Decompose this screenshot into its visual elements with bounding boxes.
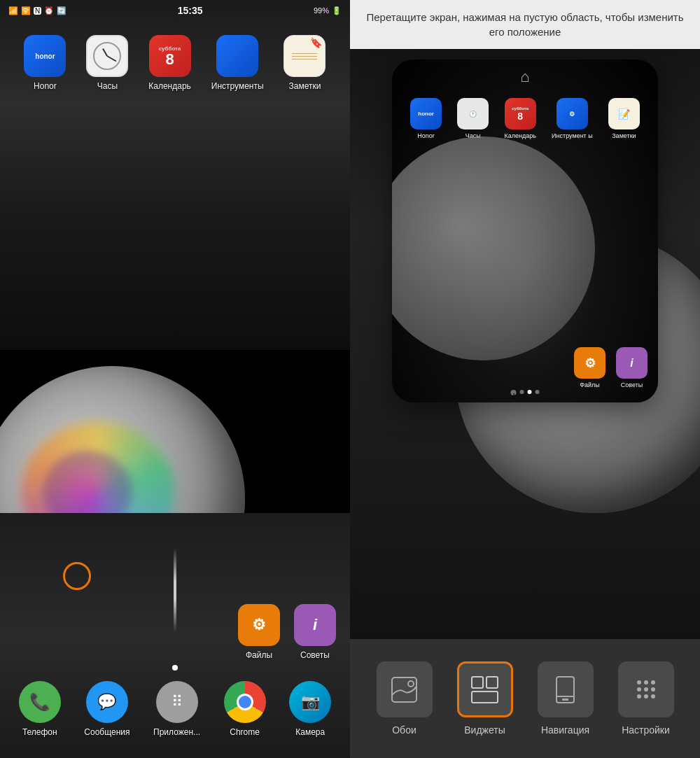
sms-label: Сообщения [84, 727, 130, 737]
settings-label: Настройки [622, 724, 670, 736]
preview-app-notes[interactable]: 📝 Заметки [608, 98, 640, 139]
phone-preview-card[interactable]: ⌂ honor Ноnor 🕐 Часы суббота 8 [392, 59, 658, 402]
preview-app-tips[interactable]: i Советы [616, 347, 648, 388]
app-calendar[interactable]: суббота 8 Календарь [148, 35, 191, 91]
navigation-icon-box [538, 661, 594, 717]
preview-bottom-apps: ⚙ Файлы i Советы [574, 347, 648, 388]
option-wallpaper[interactable]: Обои [377, 661, 433, 736]
preview-dot-1: + [511, 390, 517, 395]
instruction-tooltip: Перетащите экран, нажимая на пустую обла… [350, 0, 700, 49]
sms-icon: 💬 [86, 681, 128, 723]
status-time-left: 15:35 [178, 5, 203, 16]
settings-dots-icon [637, 680, 655, 699]
preview-header: ⌂ [392, 59, 658, 94]
app-chrome[interactable]: Chrome [224, 681, 266, 737]
calendar-label: Календарь [148, 81, 191, 91]
widgets-icon-box [457, 661, 513, 717]
status-bar-left: 📶 🛜 N ⏰ 🔄 15:35 99% 🔋 [0, 0, 350, 21]
rotate-icon: 🔄 [57, 6, 66, 15]
svg-rect-2 [472, 677, 483, 688]
app-clock[interactable]: Часы [86, 35, 128, 91]
preview-files-label: Файлы [580, 381, 600, 388]
svg-rect-4 [472, 692, 498, 703]
left-panel: 📶 🛜 N ⏰ 🔄 15:35 99% 🔋 honor Honor [0, 0, 350, 758]
honor-icon: honor [24, 35, 66, 77]
preview-honor-label: Ноnor [417, 132, 435, 139]
app-tools[interactable]: Инструменты [211, 35, 264, 91]
tools-icon [216, 35, 258, 77]
settings-dot [644, 694, 648, 699]
navigation-label: Навигация [541, 724, 589, 736]
preview-tools-label: Инструмент ы [552, 132, 593, 139]
preview-app-clock[interactable]: 🕐 Часы [457, 98, 489, 139]
battery-percent: 99% [314, 6, 329, 15]
wallpaper-svg-icon [388, 674, 420, 706]
preview-app-files[interactable]: ⚙ Файлы [574, 347, 606, 388]
notes-label: Заметки [289, 81, 321, 91]
preview-dot-4 [536, 390, 540, 394]
clock-face [93, 42, 121, 70]
settings-dot [651, 680, 655, 685]
preview-tips-label: Советы [621, 381, 643, 388]
app-phone[interactable]: 📞 Телефон [19, 681, 61, 737]
settings-dot [644, 687, 648, 692]
middle-apps-left: ⚙ Файлы i Советы [238, 604, 336, 660]
preview-apps-top-row: honor Ноnor 🕐 Часы суббота 8 Календарь [392, 94, 658, 146]
road-line [174, 548, 176, 632]
preview-app-honor[interactable]: honor Ноnor [410, 98, 442, 139]
instruction-text: Перетащите экран, нажимая на пустую обла… [366, 11, 683, 38]
app-sms[interactable]: 💬 Сообщения [84, 681, 130, 737]
option-settings[interactable]: Настройки [618, 661, 674, 736]
svg-rect-7 [562, 699, 568, 701]
settings-dot [651, 694, 655, 699]
phone-label: Телефон [22, 727, 57, 737]
apps-label: Приложен... [153, 727, 200, 737]
tips-icon: i [294, 604, 336, 646]
tips-label: Советы [300, 650, 330, 660]
option-navigation[interactable]: Навигация [538, 661, 594, 736]
option-widgets[interactable]: Виджеты [457, 661, 513, 736]
preview-app-calendar[interactable]: суббота 8 Календарь [504, 98, 536, 139]
files-icon: ⚙ [238, 604, 280, 646]
app-honor[interactable]: honor Honor [24, 35, 66, 91]
settings-dot-row-3 [637, 694, 655, 699]
right-panel: лк игрос Перетащите экран, нажимая на пу… [350, 0, 700, 758]
nfc-icon: N [34, 7, 41, 15]
apps-launcher-icon: ⠿ [156, 681, 198, 723]
app-files[interactable]: ⚙ Файлы [238, 604, 280, 660]
svg-point-1 [408, 681, 414, 687]
battery-area: 99% 🔋 [314, 6, 342, 15]
app-notes[interactable]: 🔖 Заметки [284, 35, 326, 91]
alarm-icon: ⏰ [44, 6, 54, 15]
preview-calendar-icon: суббота 8 [505, 98, 536, 129]
preview-screen: ⌂ honor Ноnor 🕐 Часы суббота 8 [392, 59, 658, 402]
files-label: Файлы [246, 650, 272, 660]
settings-dot-row-2 [637, 687, 655, 692]
camera-icon: 📷 [289, 681, 331, 723]
settings-dot [651, 687, 655, 692]
preview-clock-icon: 🕐 [457, 98, 489, 129]
preview-calendar-label: Календарь [504, 132, 536, 139]
preview-app-tools[interactable]: ⚙ Инструмент ы [552, 98, 593, 139]
wifi-icon: 🛜 [21, 6, 31, 15]
clock-label: Часы [97, 81, 118, 91]
preview-notes-label: Заметки [612, 132, 636, 139]
tools-label: Инструменты [211, 81, 264, 91]
app-launcher[interactable]: ⠿ Приложен... [153, 681, 200, 737]
home-icon-preview: ⌂ [520, 68, 529, 86]
preview-tools-icon: ⚙ [556, 98, 588, 129]
app-tips[interactable]: i Советы [294, 604, 336, 660]
top-apps-row-left: honor Honor Часы суббота 8 Календарь [0, 28, 350, 98]
preview-tips-icon: i [616, 347, 648, 379]
app-camera[interactable]: 📷 Камера [289, 681, 331, 737]
widgets-label: Виджеты [464, 724, 505, 736]
chrome-icon [224, 681, 266, 723]
status-icons-left: 📶 🛜 N ⏰ 🔄 [8, 6, 66, 15]
preview-notes-icon: 📝 [608, 98, 640, 129]
settings-icon-box [618, 661, 674, 717]
bottom-options-bar: Обои Виджеты Навигация [350, 639, 700, 758]
honor-label: Honor [34, 81, 57, 91]
phone-icon: 📞 [19, 681, 61, 723]
dock-left: 📞 Телефон 💬 Сообщения ⠿ Приложен... Chro… [0, 667, 350, 758]
calendar-icon: суббота 8 [149, 35, 191, 77]
